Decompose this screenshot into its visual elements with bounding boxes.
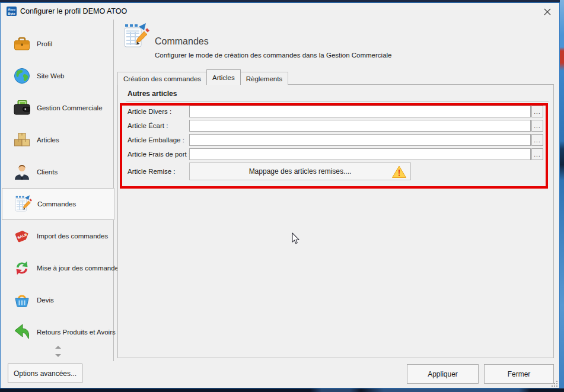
sidebar-item-import-des-commandes[interactable]: SALE Import des commandes [2,220,114,252]
page-subtitle: Configurer le mode de création des comma… [155,52,392,59]
options-avancees-button[interactable]: Options avancées... [8,364,82,383]
tab-strip: Création des commandes Articles Règlemen… [117,69,288,85]
person-icon [12,162,32,182]
article-ecart-input[interactable] [189,120,531,132]
tab-reglements[interactable]: Règlements [240,72,288,85]
sidebar-item-commandes[interactable]: Commandes [2,188,114,220]
configure-profile-dialog: Atoo Byte Configurer le profil DEMO ATOO [0,2,560,388]
sidebar-item-profil[interactable]: Profil [2,28,114,60]
article-remise-label: Article Remise : [128,168,189,175]
article-divers-input[interactable] [189,106,531,117]
order-table-pencil-icon [12,194,33,214]
article-emballage-label: Article Emballage : [128,136,189,144]
group-title: Autres articles [128,90,177,98]
globe-icon [12,66,32,86]
wallet-icon [12,98,32,118]
article-frais-de-port-input[interactable] [189,148,531,160]
sidebar-item-label: Devis [37,297,54,304]
sidebar-item-label: Mise à jour des commandes [37,264,122,272]
sale-tag-icon: SALE [12,226,32,246]
close-icon [543,8,552,16]
sidebar-item-label: Import des commandes [37,232,108,240]
scroll-up-icon[interactable] [55,346,61,349]
article-emballage-browse-button[interactable]: ... [531,134,543,146]
screen: Atoo Byte Configurer le profil DEMO ATOO [0,0,564,392]
sidebar-scroll-arrows [2,346,114,357]
resize-grip[interactable] [551,379,558,390]
appliquer-button[interactable]: Appliquer [407,364,479,384]
sidebar-item-site-web[interactable]: Site Web [2,60,114,92]
sidebar-item-articles[interactable]: Articles [2,124,114,156]
sync-arrows-icon [12,258,32,278]
sidebar-item-label: Clients [37,168,58,176]
order-table-pencil-icon [121,22,149,50]
basket-icon [12,290,32,310]
article-ecart-label: Article Écart : [128,122,189,129]
article-emballage-input[interactable] [189,134,531,146]
logo-line2: Byte [7,12,17,16]
close-button[interactable] [538,5,557,18]
sidebar-item-retours-produits-et-avoirs[interactable]: Retours Produits et Avoirs [2,316,114,348]
sidebar-item-label: Articles [37,136,59,144]
group-divider [126,101,549,102]
sidebar-item-devis[interactable]: Devis [2,284,114,316]
sidebar-item-label: Retours Produits et Avoirs [37,329,116,336]
form-row: Article Écart : ... [128,119,543,132]
article-frais-de-port-label: Article Frais de port : [128,151,189,158]
warning-icon [391,165,407,181]
page-title: Commandes [155,36,209,47]
tab-articles[interactable]: Articles [206,69,241,85]
form-row: Article Remise : Mappage des articles re… [128,162,411,181]
commandes-header-icon [121,22,149,50]
form-row: Article Divers : ... [128,105,543,118]
mappage-articles-remises-button[interactable]: Mappage des articles remises.... [189,162,411,180]
tab-creation-des-commandes[interactable]: Création des commandes [117,72,207,85]
sidebar-item-gestion-commerciale[interactable]: Gestion Commerciale [2,92,114,124]
return-arrow-icon [12,322,32,342]
briefcase-icon [12,34,32,54]
form-row: Article Emballage : ... [128,133,543,146]
titlebar[interactable]: Atoo Byte Configurer le profil DEMO ATOO [1,3,559,20]
article-divers-browse-button[interactable]: ... [531,106,543,117]
mappage-button-label: Mappage des articles remises.... [249,167,352,176]
logo-line1: Atoo [7,8,17,12]
sidebar-item-label: Commandes [37,200,76,208]
article-divers-label: Article Divers : [128,108,189,115]
atoo-byte-logo-icon: Atoo Byte [7,7,17,16]
sidebar-item-label: Site Web [37,72,64,79]
sidebar-item-mise-a-jour-des-commandes[interactable]: Mise à jour des commandes [2,252,114,284]
sidebar-item-clients[interactable]: Clients [2,156,114,188]
sidebar: Profil Site Web [2,20,114,361]
boxes-icon [12,130,32,150]
scroll-down-icon[interactable] [55,354,61,357]
sidebar-item-label: Gestion Commerciale [37,104,103,111]
fermer-button[interactable]: Fermer [484,364,554,384]
window-title: Configurer le profil DEMO ATOO [20,7,127,15]
form-row: Article Frais de port : ... [128,148,543,161]
sidebar-item-label: Profil [37,40,52,47]
article-frais-de-port-browse-button[interactable]: ... [531,148,543,160]
desktop-edge-right [560,0,564,392]
article-ecart-browse-button[interactable]: ... [531,120,543,132]
taskbar-edge-bottom [0,388,564,392]
